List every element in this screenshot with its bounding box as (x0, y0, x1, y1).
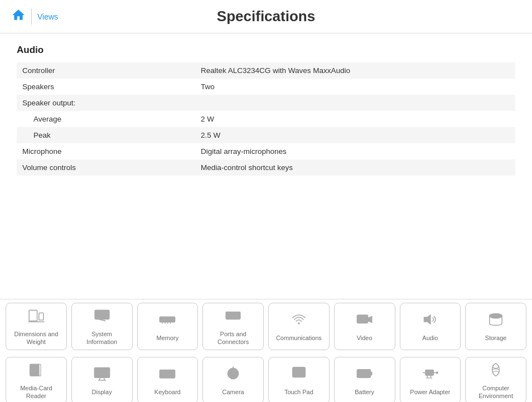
svg-rect-0 (29, 310, 37, 321)
svg-rect-20 (228, 314, 231, 317)
nav-item-media-card-reader[interactable]: Media-Card Reader (6, 357, 67, 402)
page-title: Specifications (217, 8, 315, 25)
power-adapter-label: Power Adapter (410, 388, 450, 396)
computer-environment-label: Computer Environment (478, 384, 513, 400)
nav-item-keyboard[interactable]: Keyboard (137, 357, 199, 402)
nav-item-system-information[interactable]: System Information (71, 303, 133, 350)
camera-icon (224, 365, 242, 385)
nav-item-battery[interactable]: Battery (334, 357, 395, 402)
battery-icon (356, 365, 374, 385)
svg-rect-11 (162, 319, 163, 321)
svg-rect-14 (170, 319, 171, 321)
svg-rect-29 (30, 364, 39, 376)
svg-point-61 (437, 372, 438, 374)
svg-rect-12 (165, 319, 166, 321)
touch-pad-icon (290, 365, 308, 385)
nav-item-touch-pad[interactable]: Touch Pad (268, 357, 330, 402)
svg-rect-45 (165, 374, 171, 375)
camera-label: Camera (223, 388, 244, 396)
svg-rect-39 (160, 370, 175, 377)
home-icon[interactable] (11, 8, 26, 26)
storage-label: Storage (485, 334, 507, 342)
svg-rect-3 (95, 310, 109, 319)
svg-rect-4 (96, 312, 99, 314)
nav-item-storage[interactable]: Storage (465, 303, 526, 350)
bottom-nav: Dimensions and Weight System Information… (0, 299, 532, 402)
header: Views Specifications (0, 0, 532, 33)
svg-rect-41 (165, 372, 166, 373)
svg-point-23 (298, 323, 299, 324)
display-label: Display (92, 388, 112, 396)
keyboard-icon (158, 365, 176, 385)
system-information-label: System Information (86, 330, 117, 346)
svg-rect-7 (96, 316, 105, 317)
svg-point-28 (490, 314, 502, 318)
nav-item-dimensions-weight[interactable]: Dimensions and Weight (6, 303, 67, 350)
dimensions-weight-label: Dimensions and Weight (14, 330, 58, 346)
touch-pad-label: Touch Pad (284, 388, 313, 396)
audio-icon (421, 311, 439, 331)
section-title: Audio (17, 45, 515, 56)
memory-icon (158, 311, 176, 331)
audio-label: Audio (422, 334, 438, 342)
svg-rect-30 (32, 366, 33, 372)
video-icon (356, 311, 374, 331)
svg-rect-43 (170, 372, 171, 373)
nav-row-1: Dimensions and Weight System Information… (0, 299, 532, 353)
svg-rect-22 (236, 314, 239, 317)
svg-rect-44 (162, 374, 163, 375)
svg-point-49 (232, 372, 235, 375)
nav-item-display[interactable]: Display (71, 357, 133, 402)
communications-label: Communications (276, 334, 322, 342)
header-left: Views (11, 8, 58, 26)
power-adapter-icon (421, 365, 439, 385)
svg-rect-1 (39, 313, 43, 320)
svg-rect-58 (425, 370, 433, 375)
main-content: Audio ControllerRealtek ALC3234CG with W… (0, 33, 532, 299)
header-divider (31, 9, 32, 25)
svg-rect-40 (162, 372, 163, 373)
memory-label: Memory (157, 334, 179, 342)
nav-item-ports-connectors[interactable]: Ports and Connectors (202, 303, 264, 350)
system-information-icon (93, 307, 111, 327)
nav-item-audio[interactable]: Audio (400, 303, 461, 350)
svg-rect-57 (362, 371, 365, 376)
nav-item-video[interactable]: Video (334, 303, 395, 350)
media-card-reader-icon (27, 361, 45, 381)
computer-environment-icon (487, 361, 505, 381)
nav-item-power-adapter[interactable]: Power Adapter (400, 357, 461, 402)
svg-rect-46 (172, 374, 173, 375)
nav-item-computer-environment[interactable]: Computer Environment (465, 357, 526, 402)
svg-rect-24 (357, 315, 367, 323)
svg-rect-32 (35, 366, 36, 372)
ports-connectors-label: Ports and Connectors (217, 330, 249, 346)
display-icon (93, 365, 111, 385)
keyboard-label: Keyboard (154, 388, 181, 396)
svg-rect-6 (100, 314, 103, 315)
views-link[interactable]: Views (37, 12, 58, 21)
dimensions-weight-icon (27, 307, 45, 327)
ports-connectors-icon (224, 307, 242, 327)
nav-row-2: Media-Card Reader Display Keyboard Camer… (0, 353, 532, 402)
svg-rect-56 (359, 371, 361, 376)
battery-label: Battery (355, 388, 374, 396)
svg-rect-5 (100, 312, 105, 313)
svg-rect-31 (33, 366, 35, 372)
spec-table: ControllerRealtek ALC3234CG with Waves M… (17, 62, 515, 176)
communications-icon (290, 311, 308, 331)
svg-rect-38 (96, 370, 108, 376)
nav-item-camera[interactable]: Camera (202, 357, 264, 402)
svg-rect-13 (167, 319, 169, 321)
nav-item-memory[interactable]: Memory (137, 303, 199, 350)
svg-marker-26 (424, 314, 431, 325)
svg-rect-21 (232, 314, 235, 317)
svg-rect-42 (167, 372, 169, 373)
svg-rect-55 (370, 372, 372, 375)
nav-item-communications[interactable]: Communications (268, 303, 330, 350)
media-card-reader-label: Media-Card Reader (20, 384, 52, 400)
video-label: Video (357, 334, 373, 342)
storage-icon (487, 311, 505, 331)
